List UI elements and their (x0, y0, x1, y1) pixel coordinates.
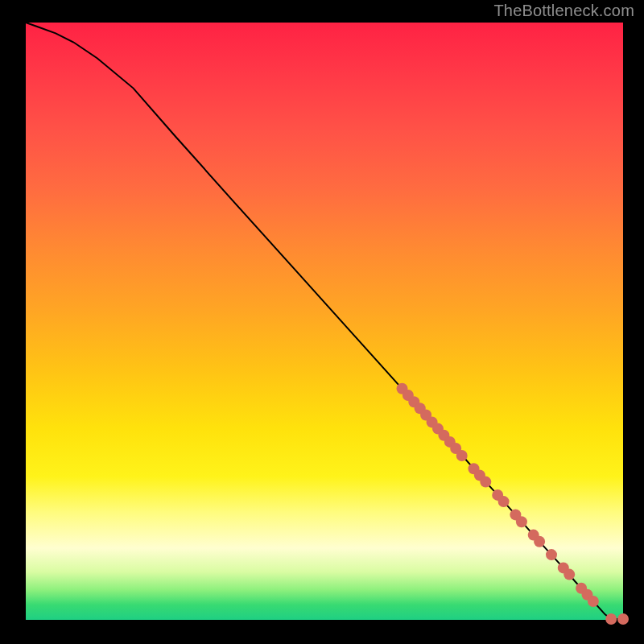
dot (617, 613, 629, 625)
dot (588, 596, 599, 607)
dot (456, 450, 468, 461)
dot (534, 536, 545, 547)
plot-area (26, 23, 623, 620)
dot (516, 516, 527, 527)
highlight-dots (397, 383, 630, 625)
attribution-text: TheBottleneck.com (493, 2, 634, 20)
dot (480, 477, 491, 488)
curve-svg (26, 23, 623, 620)
dot (498, 496, 510, 507)
dot (546, 549, 557, 560)
dot (564, 569, 575, 580)
chart-stage: TheBottleneck.com (0, 0, 644, 644)
dot (605, 613, 617, 625)
